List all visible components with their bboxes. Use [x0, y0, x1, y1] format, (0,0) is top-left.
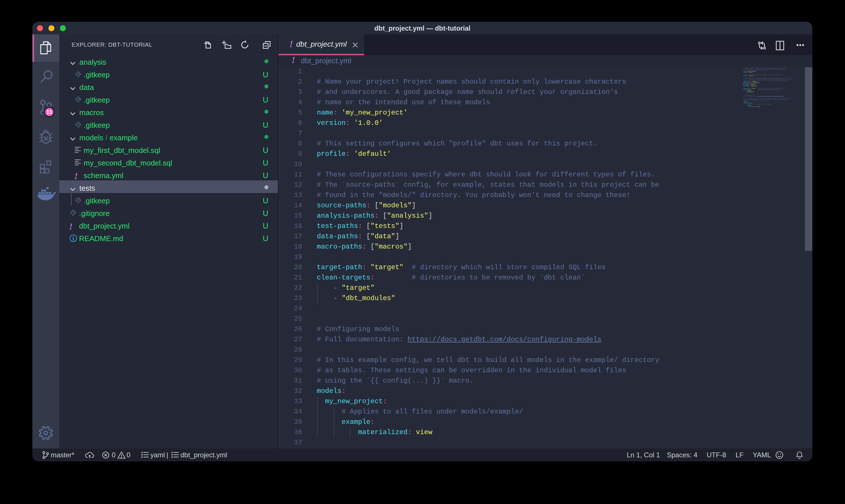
svg-text:11: 11: [46, 109, 52, 115]
